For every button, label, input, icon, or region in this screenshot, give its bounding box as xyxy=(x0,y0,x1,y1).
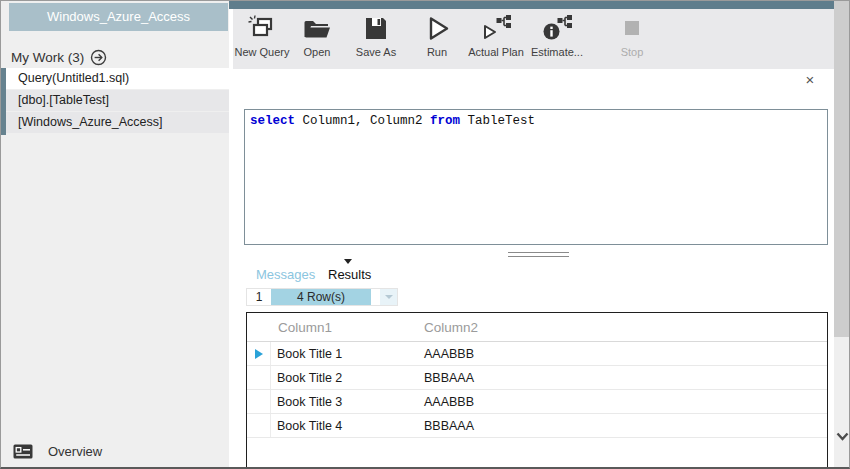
batch-index[interactable]: 1 xyxy=(247,289,271,305)
sidebar: Windows_Azure_Access My Work (3) Query(U… xyxy=(1,1,229,469)
pane-splitter-handle[interactable] xyxy=(508,252,569,257)
column-header-column1[interactable]: Column1 xyxy=(278,320,424,335)
batch-strip-gap xyxy=(371,289,380,305)
row-gutter[interactable] xyxy=(247,414,271,437)
chevron-down-icon[interactable] xyxy=(344,259,352,264)
estimated-plan-button[interactable]: Estimate... xyxy=(526,14,588,58)
tab-messages[interactable]: Messages xyxy=(256,267,315,282)
estimated-plan-label: Estimate... xyxy=(531,46,583,58)
stop-button[interactable]: Stop xyxy=(610,14,654,58)
batch-result-strip: 1 4 Row(s) xyxy=(246,288,398,306)
cell-column1[interactable]: Book Title 2 xyxy=(271,366,424,389)
cell-column1[interactable]: Book Title 3 xyxy=(271,390,424,413)
save-as-label: Save As xyxy=(356,46,396,58)
new-query-button[interactable]: New Query xyxy=(233,14,291,58)
cell-column2[interactable]: BBBAAA xyxy=(424,414,827,437)
overview-nav-item[interactable]: Overview xyxy=(13,444,102,459)
cell-column2[interactable]: AAABBB xyxy=(424,342,827,365)
stop-icon xyxy=(617,14,647,44)
open-label: Open xyxy=(304,46,331,58)
table-row[interactable]: Book Title 1 AAABBB xyxy=(247,342,827,366)
new-query-label: New Query xyxy=(234,46,289,58)
batch-dropdown-button[interactable] xyxy=(380,289,397,305)
sql-text: TableTest xyxy=(460,114,535,128)
row-gutter[interactable] xyxy=(247,366,271,389)
new-query-icon xyxy=(247,14,277,44)
open-folder-icon xyxy=(302,14,332,44)
sql-editor[interactable]: select Column1, Column2 from TableTest xyxy=(244,109,828,245)
sidebar-item-tabletest[interactable]: [dbo].[TableTest] xyxy=(6,90,229,111)
scrollbar-thumb[interactable] xyxy=(834,1,850,337)
sidebar-item-query[interactable]: Query(Untitled1.sql) xyxy=(6,68,229,89)
row-gutter[interactable] xyxy=(247,390,271,413)
results-grid: Column1 Column2 Book Title 1 AAABBB Book… xyxy=(246,312,828,469)
close-document-button[interactable]: × xyxy=(801,71,819,89)
row-count-badge[interactable]: 4 Row(s) xyxy=(271,289,371,305)
table-row[interactable]: Book Title 2 BBBAAA xyxy=(247,366,827,390)
stop-label: Stop xyxy=(621,46,644,58)
grid-header-row: Column1 Column2 xyxy=(247,313,827,342)
cell-column1[interactable]: Book Title 1 xyxy=(271,342,424,365)
sql-keyword: from xyxy=(430,114,460,128)
overview-card-icon xyxy=(13,444,33,459)
sql-text: Column1, Column2 xyxy=(295,114,430,128)
actual-plan-button[interactable]: Actual Plan xyxy=(464,14,528,58)
row-gutter[interactable] xyxy=(247,342,271,365)
save-as-button[interactable]: Save As xyxy=(348,14,404,58)
cell-column2[interactable]: AAABBB xyxy=(424,390,827,413)
cell-column1[interactable]: Book Title 4 xyxy=(271,414,424,437)
column-header-column2[interactable]: Column2 xyxy=(424,320,478,335)
dropdown-caret-icon xyxy=(385,295,393,299)
cell-column2[interactable]: BBBAAA xyxy=(424,366,827,389)
save-icon xyxy=(361,14,391,44)
my-work-section: My Work (3) xyxy=(11,48,107,66)
my-work-list: Query(Untitled1.sql) [dbo].[TableTest] [… xyxy=(6,68,229,134)
sidebar-item-database[interactable]: [Windows_Azure_Access] xyxy=(6,112,229,133)
run-icon xyxy=(422,14,452,44)
vertical-scrollbar[interactable] xyxy=(834,1,850,469)
app-window: Windows_Azure_Access My Work (3) Query(U… xyxy=(0,0,850,469)
actual-plan-icon xyxy=(481,14,511,44)
actual-plan-label: Actual Plan xyxy=(468,46,524,58)
overview-label: Overview xyxy=(48,444,102,459)
table-row[interactable]: Book Title 4 BBBAAA xyxy=(247,414,827,438)
top-accent-bar xyxy=(229,1,834,9)
my-work-title: My Work (3) xyxy=(11,50,84,65)
sql-statement: select Column1, Column2 from TableTest xyxy=(245,110,827,128)
expand-circle-arrow-icon[interactable] xyxy=(90,49,107,66)
open-button[interactable]: Open xyxy=(293,14,341,58)
tab-results[interactable]: Results xyxy=(328,267,371,282)
estimated-plan-icon xyxy=(542,14,572,44)
run-label: Run xyxy=(427,46,447,58)
connection-header[interactable]: Windows_Azure_Access xyxy=(9,3,228,31)
scroll-down-arrow-icon[interactable] xyxy=(836,432,849,442)
active-row-marker-icon xyxy=(255,349,263,359)
query-toolbar: New Query Open Save As Run xyxy=(233,9,834,69)
table-row[interactable]: Book Title 3 AAABBB xyxy=(247,390,827,414)
run-button[interactable]: Run xyxy=(415,14,459,58)
sql-keyword: select xyxy=(250,114,295,128)
